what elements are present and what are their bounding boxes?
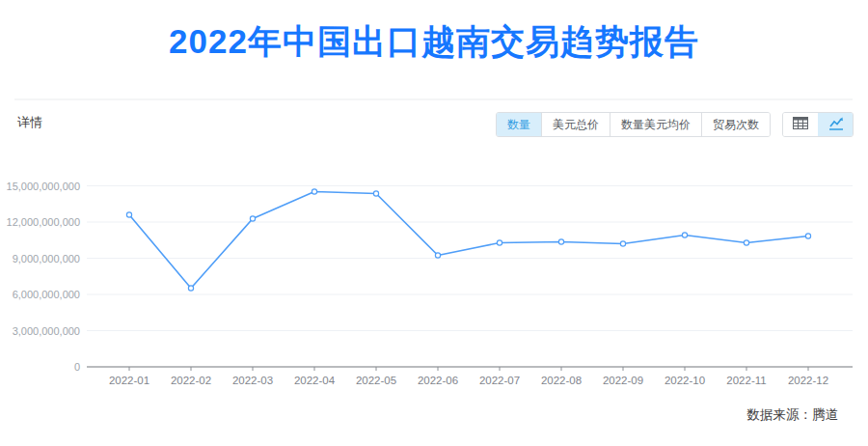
data-point — [620, 241, 625, 246]
trend-line — [129, 192, 808, 289]
x-axis-label: 2022-01 — [109, 375, 149, 386]
y-axis-label: 0 — [74, 361, 80, 373]
trend-chart-area: 03,000,000,0006,000,000,0009,000,000,000… — [0, 150, 868, 401]
line-chart-icon — [828, 117, 844, 133]
y-axis-label: 6,000,000,000 — [13, 289, 80, 300]
report-page: 2022年中国出口越南交易趋势报告 详情 数量 美元总价 数量美元均价 贸易次数 — [0, 0, 868, 446]
x-axis-label: 2022-11 — [726, 375, 766, 386]
x-axis-label: 2022-08 — [541, 375, 582, 386]
x-axis-label: 2022-12 — [788, 375, 828, 386]
data-point — [744, 240, 748, 245]
x-axis-label: 2022-07 — [479, 375, 520, 386]
data-point — [312, 189, 316, 194]
source-label: 数据来源：腾道 — [747, 406, 839, 424]
y-axis-label: 9,000,000,000 — [13, 253, 80, 265]
data-point — [682, 233, 687, 237]
metric-tab-trade-count[interactable]: 贸易次数 — [701, 113, 770, 136]
metric-tab-usd-avg[interactable]: 数量美元均价 — [610, 113, 701, 136]
data-point — [126, 212, 131, 217]
data-point — [497, 240, 502, 245]
details-label: 详情 — [17, 114, 42, 131]
view-toggle-group — [782, 112, 854, 137]
data-point — [188, 286, 193, 291]
x-axis-label: 2022-05 — [356, 375, 396, 386]
x-axis-label: 2022-04 — [294, 375, 336, 386]
x-axis-label: 2022-10 — [665, 375, 705, 386]
data-point — [805, 234, 810, 238]
metric-tab-group: 数量 美元总价 数量美元均价 贸易次数 — [496, 112, 771, 137]
data-point — [558, 239, 563, 244]
x-axis-label: 2022-02 — [171, 375, 211, 386]
x-axis-label: 2022-09 — [603, 375, 643, 386]
chart-view-button[interactable] — [818, 113, 853, 136]
page-title: 2022年中国出口越南交易趋势报告 — [0, 19, 868, 65]
y-axis-label: 15,000,000,000 — [7, 181, 80, 192]
data-point — [435, 253, 440, 258]
metric-tab-quantity[interactable]: 数量 — [497, 113, 541, 136]
data-point — [250, 216, 255, 221]
y-axis-label: 12,000,000,000 — [7, 216, 80, 228]
x-axis-label: 2022-06 — [418, 375, 458, 386]
trend-chart: 03,000,000,0006,000,000,0009,000,000,000… — [0, 150, 868, 401]
data-point — [373, 191, 378, 196]
x-axis-label: 2022-03 — [232, 375, 273, 386]
metric-tab-usd-total[interactable]: 美元总价 — [541, 113, 610, 136]
chart-controls: 数量 美元总价 数量美元均价 贸易次数 — [496, 112, 854, 137]
divider — [14, 98, 853, 100]
table-view-button[interactable] — [783, 113, 818, 136]
table-icon — [793, 117, 808, 132]
y-axis-label: 3,000,000,000 — [13, 325, 80, 337]
